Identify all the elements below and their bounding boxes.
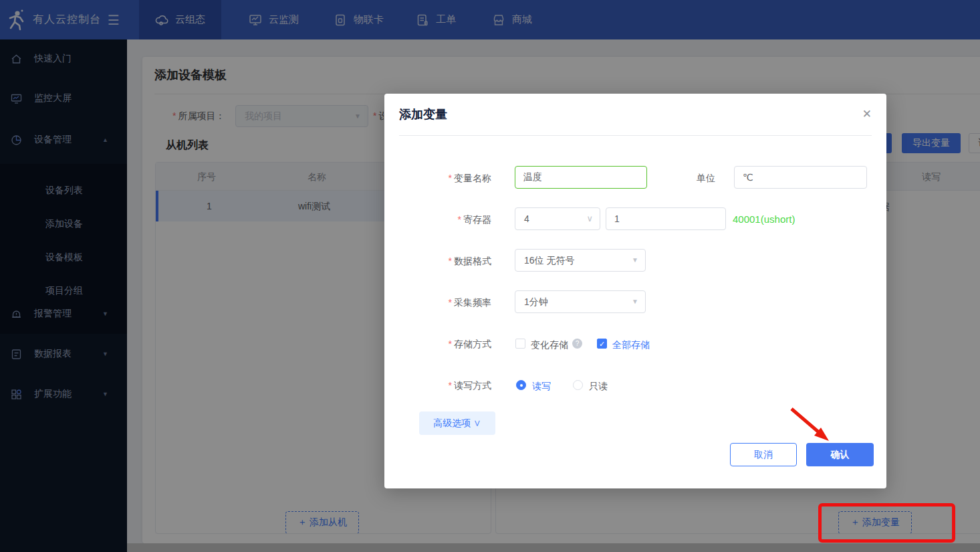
chevron-down-icon: ▼ <box>632 291 638 312</box>
required-asterisk: * <box>449 339 452 349</box>
register-type-select[interactable]: 4 ∨ <box>515 207 600 230</box>
required-asterisk: * <box>449 380 452 391</box>
data-format-label: *数据格式 <box>418 256 491 268</box>
required-asterisk: * <box>449 297 452 308</box>
add-variable-modal: 添加变量 ✕ *变量名称 单位 *寄存器 4 ∨ 40001(ushort) *… <box>384 94 886 488</box>
unit-input[interactable] <box>734 166 867 189</box>
change-storage-label: 变化存储 <box>531 339 568 351</box>
unit-label: 单位 <box>648 173 715 185</box>
read-only-radio[interactable] <box>573 380 583 390</box>
change-storage-checkbox[interactable] <box>515 339 525 349</box>
advanced-options-button[interactable]: 高级选项 ∨ <box>419 411 495 435</box>
all-storage-label: 全部存储 <box>612 339 650 351</box>
rw-mode-label: *读写方式 <box>418 380 491 392</box>
register-note: 40001(ushort) <box>733 213 795 225</box>
collect-frequency-select[interactable]: 1分钟 ▼ <box>515 290 646 313</box>
data-format-select[interactable]: 16位 无符号 ▼ <box>515 249 646 272</box>
chevron-down-icon: ▼ <box>632 250 638 271</box>
read-write-label: 读写 <box>532 381 551 393</box>
app-root: 有人云控制台 ☰ 云组态 云监测 物联卡 <box>0 0 980 552</box>
chevron-down-icon: ∨ <box>586 208 593 229</box>
required-asterisk: * <box>449 173 452 183</box>
required-asterisk: * <box>449 256 452 266</box>
storage-mode-label: *存储方式 <box>418 339 491 351</box>
help-icon[interactable]: ? <box>572 339 582 349</box>
cancel-button[interactable]: 取消 <box>730 443 797 466</box>
read-only-label: 只读 <box>589 381 608 393</box>
modal-divider <box>399 135 872 136</box>
confirm-button[interactable]: 确认 <box>806 443 874 466</box>
all-storage-checkbox[interactable]: ✓ <box>597 339 607 349</box>
read-write-radio[interactable] <box>516 380 526 390</box>
collect-frequency-label: *采集频率 <box>418 297 491 309</box>
register-label: *寄存器 <box>418 214 491 226</box>
required-asterisk: * <box>458 214 461 225</box>
modal-title: 添加变量 <box>399 106 447 122</box>
variable-name-label: *变量名称 <box>418 173 491 185</box>
close-icon[interactable]: ✕ <box>862 107 872 121</box>
register-address-input[interactable] <box>606 207 726 230</box>
variable-name-input[interactable] <box>515 166 647 189</box>
